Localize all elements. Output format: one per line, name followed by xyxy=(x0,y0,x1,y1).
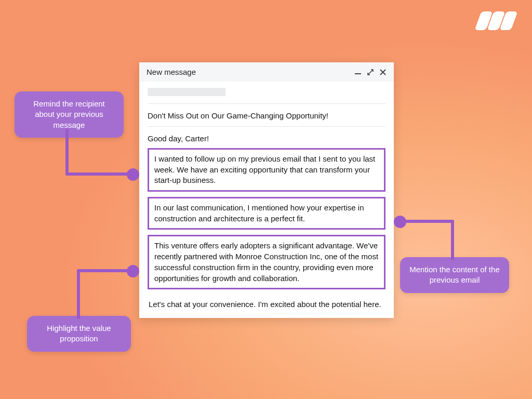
greeting-text: Good day, Carter! xyxy=(148,127,385,148)
connector-line xyxy=(400,220,454,223)
highlight-box-3: This venture offers early adopters a sig… xyxy=(148,235,385,289)
subject-row[interactable]: Don't Miss Out on Our Game-Changing Oppo… xyxy=(148,104,385,127)
connector-line xyxy=(451,220,454,260)
connector-dot xyxy=(394,216,406,228)
highlight-box-1: I wanted to follow up on my previous ema… xyxy=(148,148,385,192)
connector-line xyxy=(65,172,134,176)
highlight-box-2: In our last communication, I mentioned h… xyxy=(148,197,385,230)
brand-logo xyxy=(478,11,514,30)
closing-text: Let's chat at your convenience. I'm exci… xyxy=(148,295,385,310)
recipient-row[interactable] xyxy=(148,82,385,104)
connector-dot xyxy=(127,265,139,277)
compose-title: New message xyxy=(147,68,354,76)
callout-remind-recipient: Remind the recipient about your previous… xyxy=(15,91,124,138)
connector-line xyxy=(77,269,133,272)
connector-line xyxy=(65,129,69,176)
compose-body: Don't Miss Out on Our Game-Changing Oppo… xyxy=(139,82,394,318)
compose-window: New message Don't Miss Out on Our Game-C… xyxy=(139,62,394,318)
compose-header: New message xyxy=(139,62,394,82)
compose-controls xyxy=(354,69,387,76)
recipient-chip xyxy=(148,88,225,96)
connector-line xyxy=(77,269,80,319)
callout-value-proposition: Highlight the value proposition xyxy=(27,316,131,352)
connector-dot xyxy=(127,168,139,181)
callout-mention-content: Mention the content of the previous emai… xyxy=(400,257,509,293)
minimize-icon[interactable] xyxy=(354,69,362,76)
expand-icon[interactable] xyxy=(367,69,374,76)
close-icon[interactable] xyxy=(379,69,387,76)
